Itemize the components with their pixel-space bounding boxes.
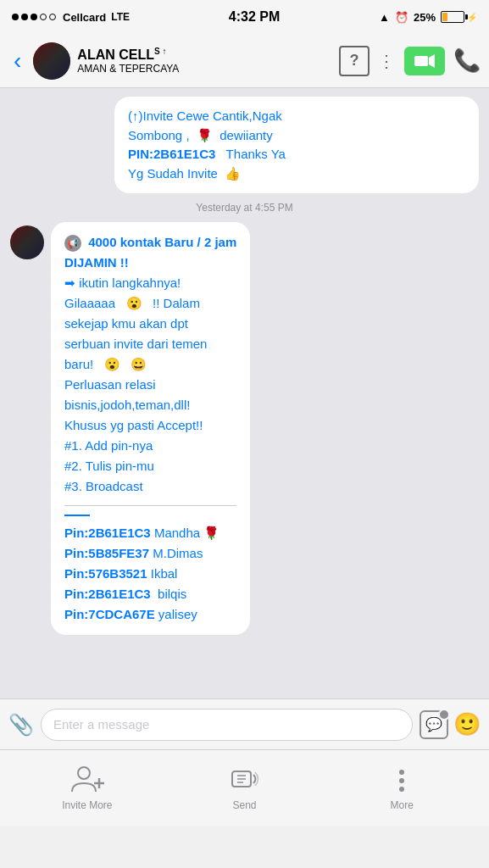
msg-line-6: #1. Add pin-nya: [64, 438, 153, 453]
nav-bar: ‹ ALAN CELLS ↑ AMAN & TEPERCAYA ? ⋮ 📞: [0, 34, 489, 88]
chat-title: ALAN CELLS ↑: [77, 47, 332, 64]
msg-line-1: 4000 kontak Baru / 2 jamDIJAMIN !!: [64, 235, 236, 270]
msg-line-2: ➡ ikutin langkahnya!: [64, 275, 181, 290]
location-icon: ▲: [379, 11, 390, 24]
message-input-field[interactable]: Enter a message: [41, 709, 413, 741]
svg-marker-1: [429, 54, 435, 68]
network-label: LTE: [111, 11, 130, 23]
signal-dot-1: [12, 14, 19, 20]
status-left: Cellcard LTE: [12, 11, 130, 24]
pin-line-3: Pin:576B3521 Ikbal: [64, 566, 177, 581]
separator: [64, 505, 236, 506]
msg-line-8: #3. Broadcast: [64, 479, 143, 493]
avatar-image: [33, 42, 70, 80]
svg-point-11: [399, 787, 404, 792]
message-badge: [438, 709, 450, 721]
signal-dot-2: [21, 14, 28, 20]
nav-info: ALAN CELLS ↑ AMAN & TEPERCAYA: [77, 47, 332, 75]
title-suffix: S ↑: [154, 47, 166, 56]
video-icon[interactable]: [404, 47, 445, 75]
input-placeholder: Enter a message: [53, 717, 149, 732]
send-label: Send: [232, 799, 256, 811]
menu-icon[interactable]: ⋮: [378, 51, 396, 71]
send-button[interactable]: Send: [166, 765, 324, 811]
invite-more-button[interactable]: Invite More: [8, 765, 166, 811]
signal-dot-4: [40, 14, 47, 20]
svg-rect-0: [414, 56, 428, 66]
broadcast-icon: 📢: [64, 235, 81, 252]
clock: 4:32 PM: [229, 9, 280, 25]
signal-dot-3: [31, 14, 37, 20]
avatar: [33, 42, 70, 80]
more-icon: [398, 769, 405, 793]
video-svg: [414, 54, 435, 68]
status-right: ▲ ⏰ 25% ⚡: [379, 11, 477, 24]
sender-avatar: [10, 225, 44, 259]
attach-icon[interactable]: 📎: [8, 713, 34, 737]
msg-line-3: Gilaaaaa 😮 !! Dalam sekejap kmu akan dpt…: [64, 296, 207, 371]
more-label: More: [391, 799, 414, 811]
msg-line-5: Khusus yg pasti Accept!!: [64, 418, 203, 432]
help-icon[interactable]: ?: [339, 46, 370, 76]
chat-subtitle: AMAN & TEPERCAYA: [77, 63, 332, 75]
bbm-message-icon[interactable]: 💬: [420, 710, 448, 739]
bottom-nav: Invite More Send More: [0, 749, 489, 826]
charging-icon: ⚡: [467, 13, 477, 22]
msg-text-partial: (↑)Invite Cewe Cantik,Ngak Sombong , 🌹 d…: [128, 108, 286, 181]
pin-line-2: Pin:5B85FE37 M.Dimas: [64, 546, 203, 560]
outgoing-message-partial: (↑)Invite Cewe Cantik,Ngak Sombong , 🌹 d…: [114, 97, 479, 193]
more-icon-container: [385, 765, 419, 796]
bubble-content: 📢 4000 kontak Baru / 2 jamDIJAMIN !! ➡ i…: [51, 222, 250, 635]
signal-dot-5: [49, 14, 56, 20]
underline-decoration: [64, 515, 90, 516]
msg-line-7: #2. Tulis pin-mu: [64, 459, 154, 473]
svg-point-9: [399, 770, 404, 775]
status-bar: Cellcard LTE 4:32 PM ▲ ⏰ 25% ⚡: [0, 0, 489, 34]
battery-percent: 25%: [414, 11, 436, 24]
alarm-icon: ⏰: [395, 11, 408, 24]
svg-point-2: [78, 767, 90, 779]
pin-line-4: Pin:2B61E1C3 bilqis: [64, 587, 186, 601]
chat-area: (↑)Invite Cewe Cantik,Ngak Sombong , 🌹 d…: [0, 88, 489, 698]
send-icon: [231, 768, 259, 793]
timestamp: Yesterday at 4:55 PM: [10, 202, 479, 214]
battery-indicator: ⚡: [441, 11, 477, 23]
nav-icons: ? ⋮ 📞: [339, 46, 481, 76]
msg-line-4: Perluasan relasi bisnis,jodoh,teman,dll!: [64, 377, 190, 412]
pin-line-1: Pin:2B61E1C3 Mandha 🌹: [64, 526, 219, 540]
call-icon[interactable]: 📞: [453, 47, 481, 74]
invite-more-icon-container: [69, 765, 106, 796]
back-button[interactable]: ‹: [8, 49, 26, 73]
invite-more-label: Invite More: [62, 799, 112, 811]
emoji-icon[interactable]: 🙂: [453, 711, 481, 737]
incoming-message: 📢 4000 kontak Baru / 2 jamDIJAMIN !! ➡ i…: [10, 222, 479, 635]
send-icon-container: [228, 765, 262, 796]
signal-dots: [12, 14, 56, 20]
battery-fill: [442, 13, 447, 21]
invite-more-icon: [70, 766, 104, 795]
more-button[interactable]: More: [323, 765, 481, 811]
input-bar: 📎 Enter a message 💬 🙂: [0, 698, 489, 749]
pin-line-5: Pin:7CDCA67E yalisey: [64, 607, 197, 621]
carrier-label: Cellcard: [63, 11, 106, 24]
svg-point-10: [399, 778, 404, 783]
input-right-icons: 💬 🙂: [420, 710, 481, 739]
battery-box: [441, 11, 464, 23]
